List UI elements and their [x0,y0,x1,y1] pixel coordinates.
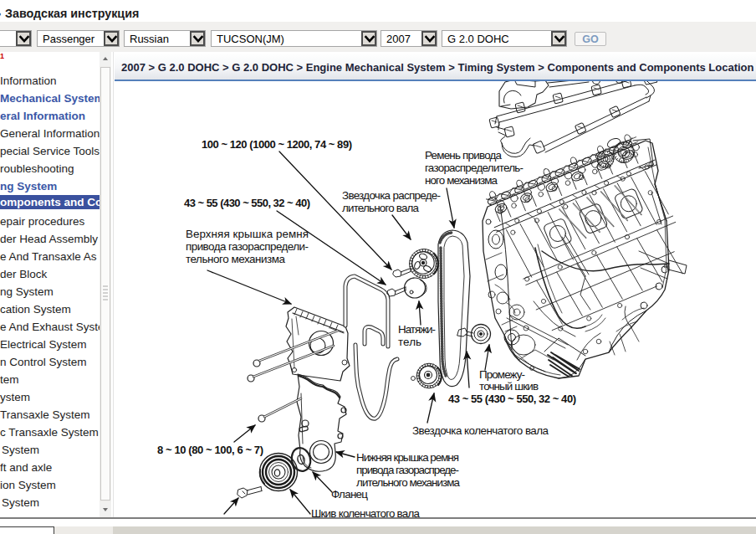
svg-text:Звездочка коленчатого вала: Звездочка коленчатого вала [412,424,549,437]
svg-text:Нижняя крышка ремня: Нижняя крышка ремня [356,451,459,464]
svg-text:Звездочка распреде-: Звездочка распреде- [342,189,441,202]
svg-text:Натяжи-: Натяжи- [398,323,436,336]
svg-text:лительного вала: лительного вала [342,202,420,214]
svg-text:тель: тель [398,336,421,348]
svg-text:Верхняя крышка ремня: Верхняя крышка ремня [186,228,309,240]
svg-text:газораспределитель-: газораспределитель- [425,162,524,174]
svg-text:тельного механизма: тельного механизма [186,253,286,265]
svg-text:8 ~ 10 (80 ~ 100, 6 ~ 7): 8 ~ 10 (80 ~ 100, 6 ~ 7) [157,444,263,456]
svg-text:Шкив коленчатого вала: Шкив коленчатого вала [311,507,421,520]
svg-text:привода газораспредели-: привода газораспредели- [186,240,309,253]
svg-text:43 ~ 55 (430 ~ 550, 32 ~ 40): 43 ~ 55 (430 ~ 550, 32 ~ 40) [448,393,576,405]
svg-text:Ремень привода: Ремень привода [425,149,503,162]
svg-text:привода газораспреде-: привода газораспреде- [356,464,459,476]
svg-text:точный шкив: точный шкив [479,380,539,393]
svg-text:Фланец: Фланец [331,488,368,501]
svg-text:100 ~ 120 (1000 ~ 1200, 74 ~ 8: 100 ~ 120 (1000 ~ 1200, 74 ~ 89) [202,138,352,151]
svg-text:ного механизма: ного механизма [425,174,498,187]
svg-text:Промежу-: Промежу- [479,368,525,381]
svg-text:43 ~ 55 (430 ~ 550, 32 ~ 40): 43 ~ 55 (430 ~ 550, 32 ~ 40) [184,197,310,209]
svg-text:лительного механизма: лительного механизма [356,476,461,489]
